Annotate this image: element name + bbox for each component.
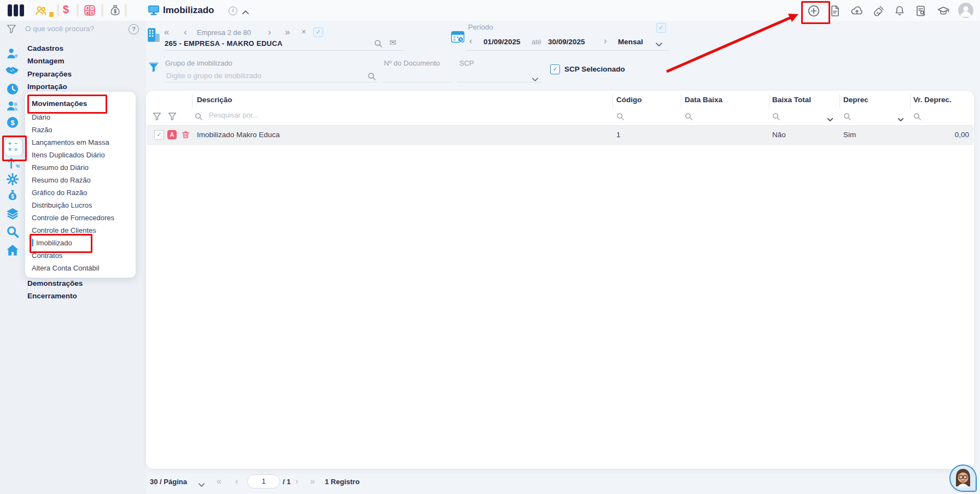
sidebar-item-preparacoes[interactable]: Preparações xyxy=(27,70,72,78)
company-search-icon[interactable] xyxy=(374,39,383,50)
people-module-icon[interactable] xyxy=(34,4,48,19)
sidebar-search-input[interactable] xyxy=(24,24,114,33)
per-page-chevron-down-icon[interactable] xyxy=(198,480,205,490)
company-last-button[interactable]: » xyxy=(285,28,290,36)
baixa-total-search-icon[interactable] xyxy=(772,113,780,123)
table-funnel-icon-1[interactable] xyxy=(153,112,161,123)
column-header-deprec[interactable]: Deprec xyxy=(843,96,868,104)
add-button[interactable] xyxy=(807,4,820,20)
record-count-label: 1 Registro xyxy=(325,478,360,486)
period-mode-chevron-down-icon[interactable] xyxy=(655,39,663,49)
period-calendar-icon xyxy=(451,30,465,46)
documento-underline xyxy=(383,82,453,83)
submenu-title-movimentacoes[interactable]: Movimentações xyxy=(25,98,136,111)
company-name[interactable]: 265 - EMPRESA - MAKRO EDUCA xyxy=(165,39,283,48)
first-page-button[interactable]: « xyxy=(217,477,221,486)
submenu-item-controle-de-clientes[interactable]: Controle de Clientes xyxy=(25,224,136,237)
rail-person-gear-icon[interactable] xyxy=(5,46,20,63)
submenu-item-resumo-do-diario[interactable]: Resumo do Diário xyxy=(25,161,136,174)
submenu-item-contratos[interactable]: Contratos xyxy=(25,249,136,262)
submenu-item-controle-de-fornecedores[interactable]: Controle de Fornecedores xyxy=(25,211,136,224)
company-next-button[interactable]: › xyxy=(268,28,271,36)
sidebar-item-demonstracoes[interactable]: Demonstrações xyxy=(27,279,83,287)
rail-trending-percent-icon[interactable]: % xyxy=(5,156,20,172)
scp-chevron-down-icon[interactable] xyxy=(532,74,539,84)
deprec-chevron-down-icon[interactable] xyxy=(897,114,904,124)
rail-layers-icon[interactable] xyxy=(5,207,20,223)
baixa-total-chevron-down-icon[interactable] xyxy=(827,114,833,124)
last-page-button[interactable]: » xyxy=(310,477,315,486)
money-bag-module-icon[interactable] xyxy=(108,4,121,19)
period-prev-button[interactable]: ‹ xyxy=(469,37,472,45)
row-delete-trash-icon[interactable] xyxy=(181,130,190,142)
row-checkbox[interactable]: ✓ xyxy=(154,130,164,140)
submenu-item-resumo-do-razao[interactable]: Resumo do Razão xyxy=(25,174,136,186)
submenu-item-distribuicao-lucros[interactable]: Distribuição Lucros xyxy=(25,199,136,211)
period-next-button[interactable]: › xyxy=(604,37,607,45)
rail-handshake-icon[interactable] xyxy=(4,64,20,79)
rail-gear-icon[interactable] xyxy=(5,172,20,189)
column-header-data-baixa[interactable]: Data Baixa xyxy=(685,96,722,104)
company-prev-button[interactable]: ‹ xyxy=(184,28,187,36)
scp-selecionado-checkbox[interactable]: ✓ xyxy=(550,64,560,74)
column-header-codigo[interactable]: Código xyxy=(616,96,642,104)
audit-log-icon[interactable] xyxy=(914,4,928,20)
sidebar-item-encerramento[interactable]: Encerramento xyxy=(27,292,77,300)
user-avatar[interactable] xyxy=(958,3,973,18)
submenu-item-imobilizado[interactable]: Imobilizado xyxy=(25,237,136,249)
finance-module-icon[interactable]: $ xyxy=(63,3,69,16)
sidebar-item-montagem[interactable]: Montagem xyxy=(27,57,65,65)
rail-dollar-icon[interactable]: $ xyxy=(5,115,20,132)
grupo-search-icon[interactable] xyxy=(368,72,376,83)
page-number-input[interactable] xyxy=(249,477,278,486)
submenu-item-razao[interactable]: Razão xyxy=(25,124,136,136)
prev-page-button[interactable]: ‹ xyxy=(235,477,238,486)
vr-deprec-search-icon[interactable] xyxy=(913,113,921,123)
table-funnel-icon-2[interactable] xyxy=(168,112,177,123)
rail-home-icon[interactable] xyxy=(5,243,20,260)
help-icon[interactable]: ? xyxy=(129,24,139,34)
upload-cloud-icon[interactable] xyxy=(850,4,864,20)
rail-money-bag-icon[interactable]: $ xyxy=(5,189,20,205)
column-header-descricao[interactable]: Descrição xyxy=(197,96,232,104)
period-mode-select[interactable]: Mensal xyxy=(618,38,643,46)
data-baixa-search-icon[interactable] xyxy=(685,113,693,123)
column-header-baixa-total[interactable]: Baixa Total xyxy=(772,96,811,104)
rail-calculator-icon[interactable]: +−×≡ xyxy=(4,138,23,156)
document-icon[interactable] xyxy=(829,4,842,20)
period-start-date[interactable]: 01/09/2025 xyxy=(483,38,521,46)
documento-input[interactable] xyxy=(384,71,452,80)
period-end-date[interactable]: 30/09/2025 xyxy=(548,38,585,46)
submenu-item-altera-conta-contabil[interactable]: Altera Conta Contábil xyxy=(25,262,136,274)
grupo-imobilizado-input[interactable] xyxy=(165,71,348,80)
sidebar-filter-funnel-icon[interactable] xyxy=(7,24,16,36)
clean-broom-icon[interactable] xyxy=(872,4,885,20)
company-clear-button[interactable]: × xyxy=(301,28,306,36)
yellow-square-icon xyxy=(49,12,54,17)
codigo-search-icon[interactable] xyxy=(616,113,625,123)
deprec-search-icon[interactable] xyxy=(843,113,851,123)
column-header-vr-deprec[interactable]: Vr. Deprec. xyxy=(913,96,952,104)
notifications-bell-icon[interactable] xyxy=(893,4,906,20)
rail-clock-icon[interactable] xyxy=(5,82,20,98)
collapse-chevron-up-icon[interactable] xyxy=(242,7,249,17)
submenu-item-grafico-do-razao[interactable]: Gráfico do Razão xyxy=(25,186,136,199)
submenu-item-lancamentos-em-massa[interactable]: Lançamentos em Massa xyxy=(25,136,136,149)
rail-people-icon[interactable] xyxy=(5,99,20,115)
submenu-item-itens-duplicados-diario[interactable]: Itens Duplicados Diário xyxy=(25,149,136,161)
sidebar-item-importacao[interactable]: Importação xyxy=(27,83,67,91)
training-graduation-icon[interactable] xyxy=(936,4,950,20)
rail-search-icon[interactable] xyxy=(5,225,20,241)
period-checkbox[interactable]: ✓ xyxy=(656,23,666,33)
company-first-button[interactable]: « xyxy=(164,28,169,36)
next-page-button[interactable]: › xyxy=(295,477,298,486)
info-icon[interactable]: i xyxy=(229,7,237,15)
descricao-search-input[interactable] xyxy=(208,110,347,120)
company-mail-icon[interactable]: ✉ xyxy=(389,38,396,48)
calculator-module-icon[interactable] xyxy=(83,4,96,19)
support-chat-avatar[interactable] xyxy=(949,464,977,492)
sidebar-item-cadastros[interactable]: Cadastros xyxy=(27,44,63,52)
per-page-select[interactable]: 30 / Página xyxy=(150,478,187,486)
submenu-item-diario[interactable]: Diário xyxy=(25,111,136,124)
company-checkbox[interactable]: ✓ xyxy=(313,27,323,37)
